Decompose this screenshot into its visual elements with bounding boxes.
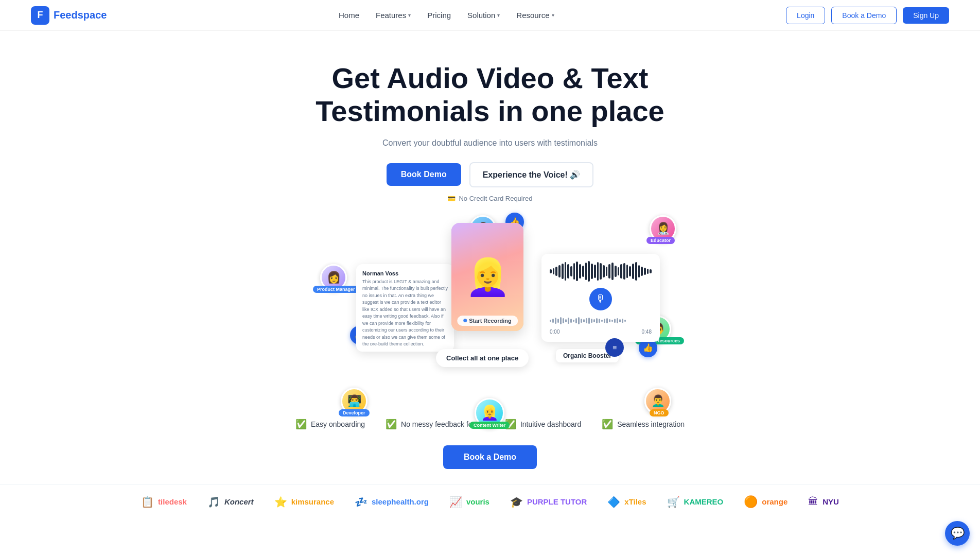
book-demo-center-button[interactable]: Book a Demo: [443, 445, 537, 469]
nyu-icon: 🏛: [808, 496, 818, 508]
logo-text: Feedspace: [54, 9, 107, 21]
menu-icon[interactable]: ≡: [605, 338, 624, 357]
hero-subtext: Convert your doubtful audience into user…: [10, 138, 970, 148]
waveform-playback: [550, 316, 652, 326]
logo-tiledesk: 📋 tiledesk: [141, 496, 187, 508]
logo-xtiles: 🔷 xTiles: [607, 496, 646, 508]
login-button[interactable]: Login: [786, 7, 825, 24]
kimsurance-icon: ⭐: [274, 496, 287, 508]
logo-koncert: 🎵 Koncert: [207, 496, 254, 508]
chevron-down-icon: ▾: [552, 12, 554, 18]
hero-buttons: Book Demo Experience the Voice! 🔊: [10, 162, 970, 187]
audio-time: 0:00 0:48: [550, 329, 652, 335]
check-icon: ✅: [386, 419, 397, 430]
xtiles-icon: 🔷: [607, 496, 620, 508]
role-badge-product-manager: Product Manager: [313, 286, 359, 293]
hero-section: Get Audio Video & Text Testimonials in o…: [0, 31, 980, 213]
logo-link[interactable]: F Feedspace: [31, 6, 107, 25]
role-badge-educator: Educator: [646, 237, 675, 244]
logo-vouris: 📈 vouris: [449, 496, 489, 508]
credit-card-icon: 💳: [447, 195, 456, 202]
book-demo-nav-button[interactable]: Book a Demo: [831, 7, 897, 24]
vouris-icon: 📈: [449, 496, 462, 508]
video-card: 👱‍♀️ Start Recording: [451, 223, 523, 331]
rec-dot: [463, 319, 467, 322]
nav-pricing[interactable]: Pricing: [427, 11, 451, 20]
tiledesk-icon: 📋: [141, 496, 154, 508]
logo-orange: 🟠 orange: [744, 495, 787, 509]
video-label: Start Recording: [457, 316, 518, 326]
book-demo-center: Book a Demo: [0, 435, 980, 479]
role-badge-developer: Developer: [339, 409, 370, 416]
logo-icon: F: [31, 6, 49, 25]
sleephealth-icon: 💤: [355, 496, 367, 508]
chevron-down-icon: ▾: [497, 12, 500, 18]
mic-button[interactable]: 🎙: [589, 288, 612, 310]
nav-home[interactable]: Home: [339, 11, 359, 20]
check-icon: ✅: [602, 419, 613, 430]
signup-button[interactable]: Sign Up: [903, 7, 949, 24]
nav-resource[interactable]: Resource ▾: [516, 11, 554, 20]
role-badge-ngo: NGO: [650, 409, 669, 416]
audio-card: 🎙 0:00 0:48: [541, 254, 660, 342]
logo-kamereo: 🛒 KAMEREO: [667, 496, 724, 508]
role-badge-content-writer: Content Writer: [469, 422, 510, 429]
book-demo-hero-button[interactable]: Book Demo: [387, 163, 461, 186]
navbar: F Feedspace Home Features ▾ Pricing Solu…: [0, 0, 980, 31]
collect-badge: Collect all at one place: [436, 349, 529, 367]
logo-sleephealth: 💤 sleephealth.org: [355, 496, 429, 508]
hero-heading: Get Audio Video & Text Testimonials in o…: [284, 62, 696, 128]
text-testimonial-card: Norman Voss This product is LEGIT & amaz…: [356, 264, 454, 352]
nav-solution[interactable]: Solution ▾: [467, 11, 500, 20]
chevron-down-icon: ▾: [408, 12, 411, 18]
nav-features[interactable]: Features ▾: [376, 11, 411, 20]
orange-icon: 🟠: [744, 495, 758, 509]
nav-actions: Login Book a Demo Sign Up: [786, 7, 949, 24]
logo-purple-tutor: 🎓 PURPLE TUTOR: [510, 496, 587, 508]
logo-nyu: 🏛 NYU: [808, 496, 839, 508]
kamereo-icon: 🛒: [667, 496, 680, 508]
experience-voice-button[interactable]: Experience the Voice! 🔊: [469, 162, 594, 187]
feature-easy-onboarding: ✅ Easy onboarding: [295, 419, 365, 430]
nav-links: Home Features ▾ Pricing Solution ▾ Resou…: [339, 11, 554, 20]
check-icon: ✅: [295, 419, 307, 430]
feature-seamless-integration: ✅ Seamless integration: [602, 419, 685, 430]
koncert-icon: 🎵: [207, 496, 220, 508]
feature-intuitive-dashboard: ✅ Intuitive dashboard: [505, 419, 581, 430]
purple-tutor-icon: 🎓: [510, 496, 523, 508]
waveform-display: [550, 261, 652, 282]
logos-section: 📋 tiledesk 🎵 Koncert ⭐ kimsurance 💤 slee…: [0, 484, 980, 524]
no-credit-card-notice: 💳 No Credit Card Required: [10, 195, 970, 202]
illustration-area: 👨‍💼 Freelancer 👩‍⚕️ Educator 👩 Product M…: [315, 213, 665, 403]
logo-kimsurance: ⭐ kimsurance: [274, 496, 334, 508]
